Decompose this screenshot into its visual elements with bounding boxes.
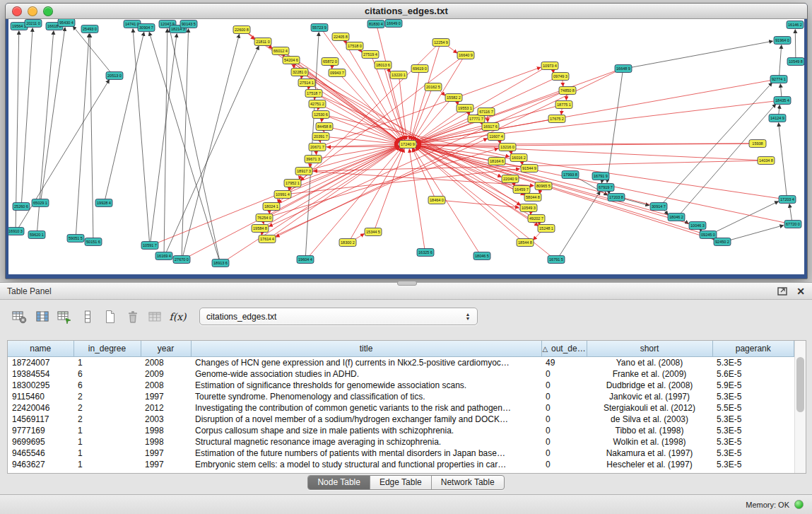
table-cell[interactable]: 5.3E-5 [712,391,794,402]
network-node[interactable]: 13220 1 [390,71,407,79]
network-node[interactable]: 65029 1 [32,199,49,207]
network-node[interactable]: 25493 0 [81,25,98,33]
table-cell[interactable]: 2008 [141,357,191,369]
network-node[interactable]: 16459 7 [513,186,530,194]
network-node[interactable]: 09245 0 [700,231,717,239]
table-cell[interactable]: 9463627 [8,459,73,470]
network-node[interactable]: 10991 4 [274,191,291,199]
network-node[interactable]: 16648 9 [615,65,632,73]
table-cell[interactable]: 0 [541,391,587,402]
network-node[interactable]: 10549 8 [787,58,804,66]
table-cell[interactable]: Tourette syndrome. Phenomenology and cla… [191,391,541,402]
table-row[interactable]: 1872400712008Changes of HCN gene express… [8,357,794,369]
network-node[interactable]: 17518 7 [305,90,322,98]
network-edge[interactable] [151,34,177,243]
network-node[interactable]: 67116 7 [478,108,495,116]
table-cell[interactable]: de Silva et al. (2003) [587,414,712,425]
network-node[interactable]: 55723 9 [311,24,328,32]
table-cell[interactable]: Wolkin et al. (1998) [587,436,712,448]
network-edge[interactable] [164,29,167,253]
network-edge[interactable] [411,45,440,140]
network-node[interactable]: 69619 0 [411,65,428,73]
network-edge[interactable] [780,84,782,98]
table-cell[interactable]: Stergiakouli et al. (2012) [587,402,712,414]
table-cell[interactable]: Embryonic stem cells: a model to study s… [191,459,541,470]
table-cell[interactable]: 6 [73,380,141,391]
table-cell[interactable]: 18300295 [8,380,73,391]
import-table-icon[interactable] [55,308,74,325]
network-edge[interactable] [779,123,787,197]
network-node[interactable]: 22040 9 [502,175,519,183]
column-header-pagerank[interactable]: pagerank [712,341,794,357]
network-node[interactable]: 90143 5 [180,21,197,28]
close-panel-icon[interactable]: ✕ [796,286,805,296]
network-edge[interactable] [18,80,109,229]
network-edge[interactable] [271,139,487,238]
table-cell[interactable]: 2012 [141,402,191,414]
table-cell[interactable]: 0 [541,402,587,414]
network-node[interactable]: 14034 8 [758,157,775,165]
network-node[interactable]: 17675 2 [548,115,565,123]
network-node[interactable]: 12254 9 [433,39,449,47]
network-node[interactable]: 18013 6 [375,62,392,69]
table-cell[interactable]: 14569117 [8,414,73,425]
table-cell[interactable]: 1997 [141,459,191,470]
network-node[interactable]: 10046 3 [689,222,706,230]
table-row[interactable]: 911546021997Tourette syndrome. Phenomeno… [8,391,794,402]
network-edge[interactable] [76,34,89,235]
network-edge[interactable] [325,136,398,144]
network-node[interactable]: 42751 2 [309,100,326,108]
network-node[interactable]: 74850 8 [559,87,576,95]
table-cell[interactable]: 5.3E-5 [712,459,794,470]
table-cell[interactable]: Jankovic et al. (1997) [587,391,712,402]
network-node[interactable]: 18917 3 [295,168,312,175]
table-row[interactable]: 1938455462009Genome-wide association stu… [8,368,794,380]
network-node[interactable]: 49202 7 [528,215,545,223]
float-panel-icon[interactable] [777,286,788,296]
network-edge[interactable] [789,204,792,221]
table-cell[interactable]: Investigating the contribution of common… [191,402,541,414]
rows-icon[interactable] [78,308,97,325]
table-row[interactable]: 2242004622012Investigating the contribut… [8,402,794,414]
network-node[interactable]: 15582 2 [445,94,462,102]
columns-icon[interactable] [33,308,52,325]
network-node[interactable]: 59051 5 [67,235,84,243]
network-node[interactable]: 18544 8 [517,239,534,247]
network-node[interactable]: 66012 4 [272,47,289,55]
window-titlebar[interactable]: citations_edges.txt [6,4,807,19]
table-cell[interactable]: 9465546 [8,448,73,459]
network-node[interactable]: 09943 7 [329,69,346,77]
new-file-icon[interactable] [100,308,119,325]
network-node[interactable]: 16016 2 [510,154,527,162]
table-cell[interactable]: 5.9E-5 [712,380,794,391]
table-cell[interactable]: Estimation of significance thresholds fo… [191,380,541,391]
network-node[interactable]: 18913 6 [212,259,229,267]
network-node[interactable]: 92450 2 [714,238,731,246]
network-edge[interactable] [779,45,782,76]
network-node[interactable]: 17952 1 [284,180,301,187]
network-node[interactable]: 18300 2 [339,239,356,247]
network-node[interactable]: 27514 1 [298,79,315,87]
table-cell[interactable]: 2009 [141,368,191,380]
network-node[interactable]: 13216 0 [499,144,516,151]
table-row[interactable]: 946362711997Embryonic stem cells: a mode… [8,459,794,470]
disabled-table-icon[interactable] [146,308,165,325]
network-node[interactable]: 20391 7 [312,133,329,141]
table-cell[interactable]: Franke et al. (2009) [587,368,712,380]
network-node[interactable]: 17614 4 [259,235,276,243]
network-node[interactable]: 09749 3 [552,73,569,81]
network-node[interactable]: 19553 1 [457,105,473,112]
network-node[interactable]: 59620 1 [28,231,45,239]
network-node[interactable]: 16910 3 [8,228,24,235]
table-cell[interactable]: 5.3E-5 [712,436,794,448]
table-cell[interactable]: Yano et al. (2008) [587,357,712,369]
network-edge[interactable] [558,192,600,257]
network-node[interactable]: 67720 0 [784,221,801,228]
delete-icon[interactable] [123,308,142,325]
network-edge[interactable] [308,171,534,185]
network-edge[interactable] [417,146,704,234]
network-edge[interactable] [170,29,220,260]
network-graph[interactable]: 17240 922600 821811 066012 454204 632281… [8,19,804,274]
table-cell[interactable]: 1997 [141,391,191,402]
table-cell[interactable]: 2 [73,391,141,402]
